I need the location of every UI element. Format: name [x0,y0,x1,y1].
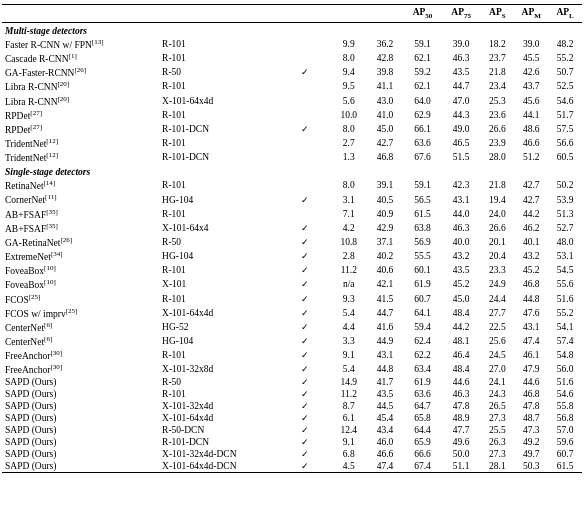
cell-ap50: 60.7 [403,292,442,306]
cell-fps: 3.1 [331,192,367,206]
cell-method: ExtremeNet[34] [2,249,159,263]
table-row: Cascade R-CNN[1]R-1018.042.862.146.323.7… [2,51,582,65]
cell-ap50: 60.1 [403,263,442,277]
cell-apl: 60.7 [548,448,582,460]
cell-method: SAPD (Ours) [2,376,159,388]
cell-fps: 8.0 [331,122,367,136]
cell-ap: 46.8 [367,150,403,164]
cell-fps: 12.4 [331,424,367,436]
cell-backbone: R-101-DCN [159,122,280,136]
cell-fps: 10.0 [331,108,367,122]
cell-method: RPDet[27] [2,108,159,122]
cell-ap50: 64.7 [403,400,442,412]
cell-anchor [280,108,331,122]
cell-apl: 61.5 [548,460,582,473]
cell-ap50: 67.6 [403,150,442,164]
col-header-ap75: AP75 [442,5,481,23]
cell-ap75: 46.3 [442,51,481,65]
cell-ap50: 59.4 [403,320,442,334]
cell-apm: 47.3 [514,424,548,436]
cell-ap50: 62.4 [403,334,442,348]
cell-apm: 51.2 [514,150,548,164]
cell-anchor: ✓ [280,235,331,249]
cell-ap50: 59.2 [403,65,442,79]
cell-ap75: 48.9 [442,412,481,424]
cell-ap75: 39.0 [442,37,481,51]
cell-ap: 43.5 [367,388,403,400]
cell-apl: 57.5 [548,122,582,136]
cell-anchor [280,37,331,51]
table-row: SAPD (Ours)R-50-DCN✓12.443.464.447.725.5… [2,424,582,436]
cell-ap: 40.6 [367,263,403,277]
cell-method: GA-RetinaNet[26] [2,235,159,249]
cell-ap75: 48.4 [442,362,481,376]
table-row: FoveaBox[10]X-101✓n/a42.161.945.224.946.… [2,277,582,291]
cell-ap75: 43.5 [442,263,481,277]
table-row: RetinaNet[14]R-1018.039.159.142.321.842.… [2,178,582,192]
cell-anchor: ✓ [280,376,331,388]
cell-fps: 2.7 [331,136,367,150]
cell-aps: 24.4 [480,292,514,306]
cell-anchor: ✓ [280,388,331,400]
cell-apm: 42.7 [514,178,548,192]
cell-aps: 23.9 [480,136,514,150]
cell-apm: 46.8 [514,388,548,400]
table-row: FCOS[25]R-101✓9.341.560.745.024.444.851.… [2,292,582,306]
cell-ap: 44.7 [367,306,403,320]
cell-fps: 2.8 [331,249,367,263]
cell-ap: 43.0 [367,94,403,108]
cell-ap50: 61.9 [403,376,442,388]
cell-anchor: ✓ [280,122,331,136]
cell-anchor: ✓ [280,400,331,412]
table-row: SAPD (Ours)R-50✓14.941.761.944.624.144.6… [2,376,582,388]
cell-fps: 4.2 [331,221,367,235]
cell-ap75: 44.3 [442,108,481,122]
col-header-ap50: AP50 [403,5,442,23]
cell-apl: 56.6 [548,136,582,150]
table-row: CornerNet[11]HG-104✓3.140.556.543.119.44… [2,192,582,206]
cell-ap75: 44.0 [442,207,481,221]
cell-apm: 45.2 [514,263,548,277]
cell-anchor [280,178,331,192]
cell-apl: 53.9 [548,192,582,206]
table-row: GA-Faster-RCNN[26]R-50✓9.439.859.243.521… [2,65,582,79]
cell-ap: 42.8 [367,51,403,65]
cell-apm: 40.1 [514,235,548,249]
cell-ap75: 46.4 [442,348,481,362]
cell-aps: 25.5 [480,424,514,436]
cell-aps: 23.4 [480,79,514,93]
cell-ap: 41.5 [367,292,403,306]
cell-method: SAPD (Ours) [2,400,159,412]
cell-ap75: 43.1 [442,192,481,206]
cell-backbone: R-101 [159,388,280,400]
cell-apl: 55.2 [548,51,582,65]
cell-ap75: 48.1 [442,334,481,348]
cell-backbone: R-101 [159,178,280,192]
cell-ap: 41.6 [367,320,403,334]
cell-anchor: ✓ [280,436,331,448]
cell-apm: 44.6 [514,376,548,388]
cell-apm: 46.6 [514,136,548,150]
cell-ap75: 40.0 [442,235,481,249]
cell-backbone: R-101 [159,348,280,362]
cell-ap75: 49.6 [442,436,481,448]
col-header-ap [367,5,403,23]
cell-ap: 39.8 [367,65,403,79]
col-header-anchor [280,5,331,23]
table-row: CenterNet[6]HG-52✓4.441.659.444.222.543.… [2,320,582,334]
cell-anchor: ✓ [280,334,331,348]
section-header: Single-stage detectors [2,164,582,178]
cell-apm: 49.2 [514,436,548,448]
cell-aps: 24.3 [480,388,514,400]
col-header-aps: APS [480,5,514,23]
cell-ap75: 46.3 [442,388,481,400]
cell-ap75: 50.0 [442,448,481,460]
cell-backbone: R-101 [159,51,280,65]
cell-ap50: 64.4 [403,424,442,436]
cell-ap50: 62.9 [403,108,442,122]
table-row: SAPD (Ours)X-101-64x4d✓6.145.465.848.927… [2,412,582,424]
col-header-backbone [159,5,280,23]
cell-apl: 59.6 [548,436,582,448]
cell-ap: 46.6 [367,448,403,460]
cell-apl: 51.6 [548,376,582,388]
